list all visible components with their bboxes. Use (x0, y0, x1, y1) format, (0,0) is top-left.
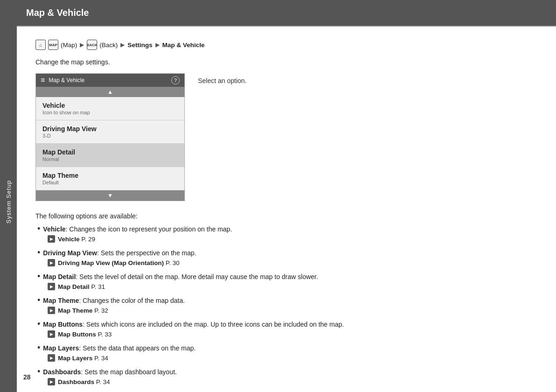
ref-arrow-mapdetail: ▶ (48, 283, 55, 290)
menu-item-driving-sub: 3-D (42, 133, 178, 139)
screenshot-header: ≡ Map & Vehicle ? (36, 74, 184, 87)
menu-item-theme-title: Map Theme (42, 172, 178, 179)
arrow-2: ▶ (120, 42, 125, 48)
menu-icon: ≡ (41, 76, 45, 84)
screenshot-title: Map & Vehicle (49, 77, 84, 84)
option-mapbuttons-desc: : Sets which icons are included on the m… (83, 321, 344, 328)
option-maplayers-desc: : Sets the data that appears on the map. (79, 344, 196, 352)
option-dashboards-title: Dashboards (43, 368, 81, 376)
ref-mapbuttons-bold: Map Buttons P. 33 (58, 331, 112, 338)
options-intro: The following options are available: (35, 212, 537, 220)
ref-arrow-dashboards: ▶ (48, 378, 55, 385)
home-icon: ⌂ (35, 40, 46, 50)
menu-item-vehicle-sub: Icon to show on map (42, 110, 178, 115)
page-number: 28 (23, 373, 31, 381)
screenshot-header-left: ≡ Map & Vehicle (41, 76, 84, 84)
option-maptheme: • Map Theme: Changes the color of the ma… (35, 296, 537, 314)
option-vehicle-bullet: • Vehicle: Changes the icon to represent… (37, 224, 537, 234)
option-maptheme-desc: : Changes the color of the map data. (79, 297, 184, 304)
option-vehicle-text: Vehicle: Changes the icon to represent y… (43, 224, 232, 234)
ref-vehicle-bold: Vehicle P. 29 (58, 236, 95, 243)
arrow-1: ▶ (80, 42, 84, 48)
bullet-driving: • (37, 248, 40, 258)
menu-item-vehicle-title: Vehicle (42, 102, 178, 109)
ref-arrow-vehicle: ▶ (48, 235, 55, 243)
option-mapdetail-title: Map Detail (43, 273, 76, 280)
back-icon: BACK (87, 40, 97, 50)
ref-arrow-maptheme: ▶ (48, 307, 55, 314)
arrow-3: ▶ (155, 42, 160, 48)
option-mapbuttons-ref: ▶ Map Buttons P. 33 (48, 330, 537, 338)
breadcrumb: ⌂ MAP (Map) ▶ BACK (Back) ▶ Settings ▶ M… (35, 40, 537, 50)
option-mapdetail: • Map Detail: Sets the level of detail o… (35, 272, 537, 290)
option-maptheme-text: Map Theme: Changes the color of the map … (43, 296, 185, 306)
ref-arrow-driving: ▶ (48, 259, 55, 266)
option-mapbuttons-bullet: • Map Buttons: Sets which icons are incl… (37, 320, 537, 329)
select-label: Select an option. (198, 73, 246, 84)
page-title: Map & Vehicle (26, 7, 89, 18)
current-page-label: Map & Vehicle (162, 42, 205, 49)
option-maplayers-text: Map Layers: Sets the data that appears o… (43, 343, 196, 353)
menu-item-detail-sub: Normal (42, 156, 178, 162)
help-icon: ? (171, 76, 180, 84)
description-text: Change the map settings. (35, 58, 537, 66)
option-dashboards-desc: : Sets the map dashboard layout. (81, 368, 176, 376)
sidebar-label: System Setup (5, 181, 12, 224)
bullet-mapbuttons: • (37, 320, 40, 329)
content-row: ≡ Map & Vehicle ? ▲ Vehicle Icon to show… (35, 73, 537, 201)
option-driving-text: Driving Map View: Sets the perspective o… (43, 248, 196, 258)
menu-item-driving[interactable]: Driving Map View 3-D (36, 120, 184, 144)
option-driving: • Driving Map View: Sets the perspective… (35, 248, 537, 266)
bullet-vehicle: • (37, 224, 40, 234)
option-dashboards-text: Dashboards: Sets the map dashboard layou… (43, 367, 176, 377)
screenshot-mockup: ≡ Map & Vehicle ? ▲ Vehicle Icon to show… (35, 73, 185, 201)
option-maptheme-title: Map Theme (43, 297, 79, 304)
menu-item-detail-title: Map Detail (42, 148, 178, 156)
option-driving-ref: ▶ Driving Map View (Map Orientation) P. … (48, 259, 537, 266)
option-maptheme-bullet: • Map Theme: Changes the color of the ma… (37, 296, 537, 306)
scroll-up: ▲ (36, 87, 184, 97)
ref-arrow-maplayers: ▶ (48, 354, 55, 362)
ref-maplayers-bold: Map Layers P. 34 (58, 355, 108, 362)
option-driving-bullet: • Driving Map View: Sets the perspective… (37, 248, 537, 258)
menu-item-driving-title: Driving Map View (42, 125, 178, 133)
option-mapdetail-ref: ▶ Map Detail P. 31 (48, 283, 537, 290)
ref-dashboards-bold: Dashboards P. 34 (58, 378, 110, 385)
map-icon: MAP (48, 40, 58, 50)
back-label: (Back) (99, 42, 118, 49)
menu-item-vehicle[interactable]: Vehicle Icon to show on map (36, 97, 184, 120)
option-driving-title: Driving Map View (43, 249, 97, 257)
option-dashboards-bullet: • Dashboards: Sets the map dashboard lay… (37, 367, 537, 377)
option-maplayers-ref: ▶ Map Layers P. 34 (48, 354, 537, 362)
option-vehicle-desc: : Changes the icon to represent your pos… (66, 225, 232, 233)
settings-label: Settings (127, 42, 152, 49)
bullet-mapdetail: • (37, 272, 40, 281)
options-section: The following options are available: • V… (35, 212, 537, 385)
map-label: (Map) (61, 42, 77, 49)
option-vehicle: • Vehicle: Changes the icon to represent… (35, 224, 537, 243)
page-header: Map & Vehicle (17, 0, 556, 27)
option-mapdetail-bullet: • Map Detail: Sets the level of detail o… (37, 272, 537, 282)
main-content: Map & Vehicle ⌂ MAP (Map) ▶ BACK (Back) … (17, 0, 556, 392)
option-driving-desc: : Sets the perspective on the map. (97, 249, 196, 257)
option-maplayers: • Map Layers: Sets the data that appears… (35, 343, 537, 362)
ref-mapdetail-bold: Map Detail P. 31 (58, 283, 105, 290)
menu-item-detail[interactable]: Map Detail Normal (36, 144, 184, 167)
content-area: ⌂ MAP (Map) ▶ BACK (Back) ▶ Settings ▶ M… (17, 27, 556, 392)
ref-driving-bold: Driving Map View (Map Orientation) P. 30 (58, 259, 180, 266)
ref-maptheme-bold: Map Theme P. 32 (58, 307, 108, 314)
scroll-down: ▼ (36, 190, 184, 201)
option-maplayers-bullet: • Map Layers: Sets the data that appears… (37, 343, 537, 353)
menu-item-theme-sub: Default (42, 180, 178, 185)
option-vehicle-ref: ▶ Vehicle P. 29 (48, 235, 537, 243)
bullet-dashboards: • (37, 367, 40, 377)
option-maplayers-title: Map Layers (43, 344, 79, 352)
option-maptheme-ref: ▶ Map Theme P. 32 (48, 307, 537, 314)
option-mapbuttons: • Map Buttons: Sets which icons are incl… (35, 320, 537, 338)
option-mapbuttons-title: Map Buttons (43, 321, 83, 328)
bullet-maptheme: • (37, 296, 40, 305)
ref-arrow-mapbuttons: ▶ (48, 330, 55, 338)
menu-item-theme[interactable]: Map Theme Default (36, 167, 184, 190)
option-vehicle-title: Vehicle (43, 225, 65, 233)
option-dashboards: • Dashboards: Sets the map dashboard lay… (35, 367, 537, 385)
